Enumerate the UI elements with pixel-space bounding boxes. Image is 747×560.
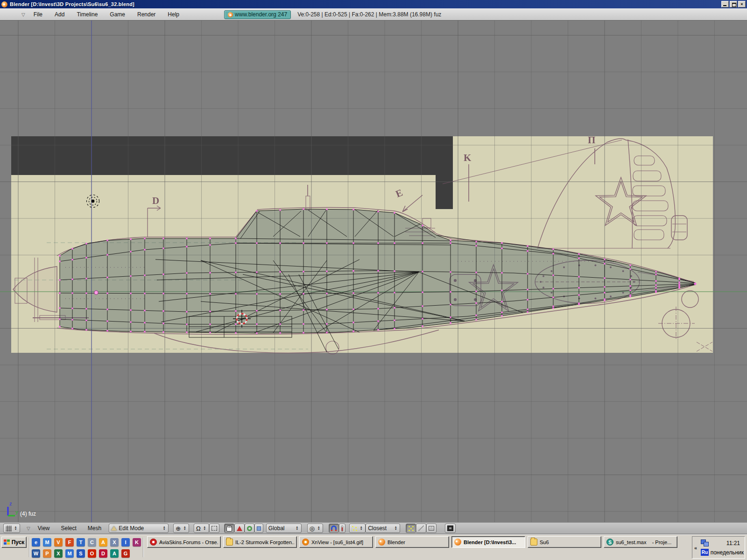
start-button[interactable]: Пуск	[1, 537, 27, 548]
network-icon[interactable]	[701, 539, 708, 546]
language-indicator[interactable]: Ru	[701, 549, 709, 556]
blender-icon	[378, 539, 385, 546]
paint-icon[interactable]: P	[43, 549, 51, 558]
stepper-icon[interactable]: ▲▼	[14, 526, 18, 531]
editor-type-button[interactable]: ▲▼	[3, 524, 20, 533]
edit-mode-icon	[111, 526, 117, 531]
translate-icon	[237, 526, 242, 531]
vertex-select-icon	[408, 525, 414, 531]
menu-timeline[interactable]: Timeline	[77, 11, 98, 18]
word-icon[interactable]: W	[32, 549, 40, 558]
version-button[interactable]: www.blender.org 247	[224, 10, 291, 19]
mode-dropdown[interactable]: Edit Mode ▲▼	[109, 524, 169, 533]
messenger-icon[interactable]: I	[121, 538, 130, 546]
graphics-icon[interactable]: A	[110, 549, 119, 558]
snap-peel-button[interactable]	[339, 524, 345, 533]
swirl-app-icon[interactable]: S	[77, 549, 85, 558]
blender-top-header: ▽ FileAddTimelineGameRenderHelp www.blen…	[0, 8, 747, 21]
task-button[interactable]: IL-2 Sturmovik Forgotten...	[223, 536, 297, 548]
occlude-geometry-button[interactable]	[445, 524, 456, 533]
close-button[interactable]: ×	[738, 1, 746, 7]
opera-icon[interactable]: O	[88, 549, 96, 558]
search-tool-icon[interactable]: X	[110, 538, 119, 546]
task-button[interactable]: Su6	[528, 536, 601, 548]
tray-clock[interactable]: 11:21	[726, 540, 740, 546]
snap-toggle[interactable]	[329, 524, 339, 533]
restore-button[interactable]	[730, 1, 737, 7]
translate-manipulator[interactable]	[234, 524, 245, 533]
max-icon: S	[606, 539, 613, 546]
firebird-icon[interactable]: F	[65, 538, 74, 546]
task-button[interactable]: AviaSkins.Forums - Отве...	[147, 536, 221, 548]
stepper-icon[interactable]: ▲▼	[359, 526, 363, 531]
scale-manipulator[interactable]	[254, 524, 263, 533]
3d-viewport[interactable]: (4) fuz z y D E K П	[0, 21, 747, 522]
menu-select[interactable]: Select	[61, 525, 77, 532]
stepper-icon[interactable]: ▲▼	[183, 526, 187, 531]
stepper-icon[interactable]: ▲▼	[394, 526, 398, 531]
menu-render[interactable]: Render	[137, 11, 155, 18]
commander-icon[interactable]: T	[77, 538, 85, 546]
xnview-icon	[302, 539, 309, 546]
select-mode-edge[interactable]	[416, 524, 426, 533]
calculator-icon[interactable]: C	[88, 538, 96, 546]
system-tray: « Ru 11:21 понедельник	[692, 536, 745, 559]
orientation-dropdown[interactable]: Global ▲▼	[266, 524, 302, 533]
pivot-dropdown[interactable]: Ω ▲▼	[194, 524, 209, 533]
magnet-icon	[331, 525, 337, 531]
task-button[interactable]: Blender	[375, 536, 449, 548]
orientation-label: Global	[268, 525, 285, 532]
stepper-icon[interactable]: ▲▼	[162, 526, 166, 531]
menu-file[interactable]: File	[34, 11, 42, 18]
rotate-icon	[247, 526, 252, 531]
menu-help[interactable]: Help	[168, 11, 179, 18]
excel-icon[interactable]: X	[54, 549, 63, 558]
menu-add[interactable]: Add	[55, 11, 64, 18]
minimize-button[interactable]	[721, 1, 729, 7]
wmp-icon[interactable]: M	[65, 549, 74, 558]
rotate-manipulator[interactable]	[245, 524, 254, 533]
stepper-icon[interactable]: ▲▼	[317, 526, 321, 531]
select-mode-face[interactable]	[426, 524, 437, 533]
viewport-canvas[interactable]	[0, 21, 747, 522]
scene-stats: Ve:0-258 | Ed:0-525 | Fa:0-262 | Mem:3.8…	[297, 11, 441, 18]
snap-dots-icon	[352, 525, 357, 531]
axis-z-label: z	[9, 501, 12, 506]
viewport-menu-bar: ViewSelectMesh	[38, 525, 102, 532]
active-vertex[interactable]	[94, 291, 98, 294]
taskbar-divider	[143, 538, 143, 557]
pivot-point-dropdown[interactable]: ◎ ▲▼	[307, 524, 323, 533]
stepper-icon[interactable]: ▲▼	[203, 526, 207, 531]
mail-icon[interactable]: M	[43, 538, 51, 546]
object-center[interactable]	[92, 200, 95, 203]
menu-mesh[interactable]: Mesh	[88, 525, 101, 532]
access-key-icon[interactable]: K	[133, 538, 141, 546]
blender-logo-icon	[228, 12, 233, 17]
media-icon[interactable]: V	[54, 538, 63, 546]
globe-app-icon[interactable]: G	[121, 549, 130, 558]
acdsee-icon[interactable]: A	[99, 538, 107, 546]
task-button[interactable]: S su6_test.max - Proje...	[604, 536, 677, 548]
blueprint-label-d: D	[152, 195, 159, 207]
tray-chevron-icon[interactable]: «	[694, 545, 697, 551]
task-button[interactable]: XnView - [su6_list4.gif]	[299, 536, 373, 548]
download-icon[interactable]: D	[99, 549, 107, 558]
menu-view[interactable]: View	[38, 525, 50, 532]
axis-y-label: y	[15, 509, 18, 515]
task-button[interactable]: Blender [D:\Invest\3...	[451, 536, 525, 548]
menu-game[interactable]: Game	[110, 11, 125, 18]
window-title: Blender [D:\Invest\3D Projects\Su6\su6_3…	[10, 1, 134, 7]
panel-collapse-icon[interactable]: ▽	[27, 526, 30, 531]
header-collapse-icon[interactable]: ▽	[21, 12, 25, 17]
manipulator-toggle[interactable]	[224, 524, 234, 533]
select-mode-vertex[interactable]	[406, 524, 416, 533]
folder-icon	[530, 539, 537, 546]
draw-type-dropdown[interactable]: ⊕ ▲▼	[173, 524, 189, 533]
omega-icon: Ω	[196, 525, 201, 532]
manipulator-mode-button[interactable]	[209, 524, 219, 533]
stepper-icon[interactable]: ▲▼	[295, 526, 299, 531]
ie-icon[interactable]: e	[32, 538, 40, 546]
globe-icon: ⊕	[176, 525, 181, 532]
snap-mode-dropdown[interactable]: ▲▼	[349, 524, 366, 533]
snap-target-dropdown[interactable]: Closest ▲▼	[366, 524, 400, 533]
